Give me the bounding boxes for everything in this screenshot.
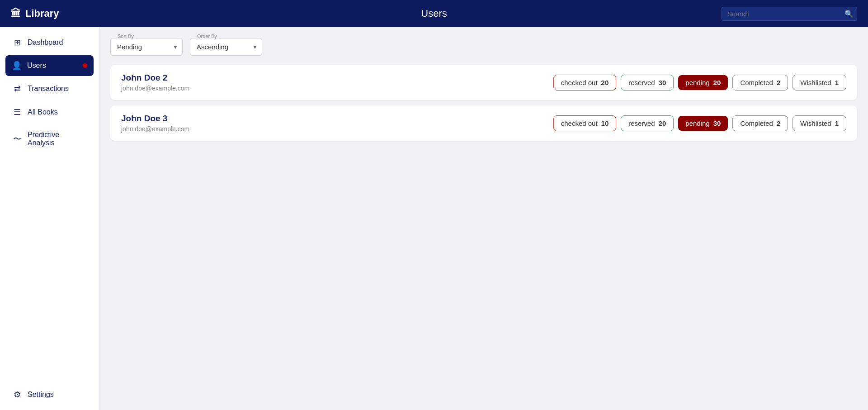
order-by-group: Order By Ascending Descending ▼ <box>190 38 262 56</box>
sidebar-item-settings[interactable]: ⚙ Settings <box>5 384 94 405</box>
users-icon: 👤 <box>12 61 22 71</box>
pending-label: pending <box>685 119 709 127</box>
main-layout: ⊞ Dashboard 👤 Users ⇄ Transactions ☰ All… <box>0 27 868 410</box>
search-area: 🔍 <box>575 7 857 21</box>
checked-out-label: checked out <box>561 119 598 127</box>
user-name: John Doe 2 <box>121 73 553 83</box>
sidebar: ⊞ Dashboard 👤 Users ⇄ Transactions ☰ All… <box>0 27 99 410</box>
badge-checked-out: checked out 10 <box>553 115 617 131</box>
checked-out-count: 10 <box>601 119 609 127</box>
sidebar-label-predictive-analysis: Predictive Analysis <box>28 131 87 147</box>
app-logo: 🏛 Library <box>11 8 293 19</box>
sidebar-item-users[interactable]: 👤 Users <box>5 55 94 76</box>
badge-reserved: reserved 30 <box>621 75 674 91</box>
sidebar-label-transactions: Transactions <box>28 85 87 93</box>
checked-out-count: 20 <box>601 79 609 86</box>
library-icon: 🏛 <box>11 8 21 19</box>
sort-by-group: Sort By Pending Completed Reserved ▼ <box>110 38 183 56</box>
badge-pending: pending 20 <box>678 75 728 90</box>
user-list: John Doe 2 john.doe@example.com checked … <box>110 65 857 141</box>
dashboard-icon: ⊞ <box>12 38 22 48</box>
filter-bar: Sort By Pending Completed Reserved ▼ Ord… <box>110 38 857 56</box>
wishlisted-count: 1 <box>835 79 839 86</box>
user-badges: checked out 20 reserved 30 pending 20 Co… <box>553 75 846 91</box>
transactions-icon: ⇄ <box>12 84 22 94</box>
search-input[interactable] <box>722 7 857 21</box>
user-info: John Doe 2 john.doe@example.com <box>121 73 553 92</box>
user-card[interactable]: John Doe 2 john.doe@example.com checked … <box>110 65 857 100</box>
app-name: Library <box>25 8 59 19</box>
sidebar-label-all-books: All Books <box>28 108 87 116</box>
reserved-count: 30 <box>659 79 666 86</box>
wishlisted-label: Wishlisted <box>800 119 831 127</box>
completed-count: 2 <box>777 79 780 86</box>
search-icon[interactable]: 🔍 <box>844 10 854 18</box>
page-title: Users <box>293 8 575 19</box>
completed-label: Completed <box>740 79 773 86</box>
sort-by-select[interactable]: Pending Completed Reserved <box>110 38 183 56</box>
app-header: 🏛 Library Users 🔍 <box>0 0 868 27</box>
sidebar-label-settings: Settings <box>28 391 87 399</box>
pending-label: pending <box>685 79 709 86</box>
reserved-label: reserved <box>628 119 655 127</box>
search-container: 🔍 <box>722 7 857 21</box>
reserved-label: reserved <box>628 79 655 86</box>
sidebar-item-all-books[interactable]: ☰ All Books <box>5 101 94 123</box>
pending-count: 20 <box>713 79 721 86</box>
completed-count: 2 <box>777 119 780 127</box>
sidebar-label-users: Users <box>27 62 77 70</box>
pending-count: 30 <box>713 119 721 127</box>
user-name: John Doe 3 <box>121 114 553 124</box>
user-email: john.doe@example.com <box>121 85 553 92</box>
badge-reserved: reserved 20 <box>621 115 674 131</box>
checked-out-label: checked out <box>561 79 598 86</box>
user-email: john.doe@example.com <box>121 125 553 133</box>
sidebar-item-predictive-analysis[interactable]: 〜 Predictive Analysis <box>5 125 94 153</box>
sidebar-bottom: ⚙ Settings <box>5 384 94 405</box>
order-by-label: Order By <box>195 33 219 39</box>
predictive-analysis-icon: 〜 <box>12 133 22 144</box>
sidebar-item-dashboard[interactable]: ⊞ Dashboard <box>5 32 94 53</box>
badge-completed: Completed 2 <box>732 115 788 131</box>
wishlisted-count: 1 <box>835 119 839 127</box>
badge-pending: pending 30 <box>678 116 728 131</box>
sidebar-spacer <box>5 155 94 382</box>
users-badge <box>83 63 87 68</box>
completed-label: Completed <box>740 119 773 127</box>
user-badges: checked out 10 reserved 20 pending 30 Co… <box>553 115 846 131</box>
user-card[interactable]: John Doe 3 john.doe@example.com checked … <box>110 105 857 141</box>
badge-checked-out: checked out 20 <box>553 75 617 91</box>
badge-wishlisted: Wishlisted 1 <box>793 75 846 91</box>
main-content: Sort By Pending Completed Reserved ▼ Ord… <box>99 27 868 410</box>
all-books-icon: ☰ <box>12 107 22 117</box>
order-by-select[interactable]: Ascending Descending <box>190 38 262 56</box>
sidebar-label-dashboard: Dashboard <box>28 38 87 47</box>
settings-icon: ⚙ <box>12 390 22 400</box>
wishlisted-label: Wishlisted <box>800 79 831 86</box>
badge-completed: Completed 2 <box>732 75 788 91</box>
reserved-count: 20 <box>659 119 666 127</box>
sidebar-item-transactions[interactable]: ⇄ Transactions <box>5 78 94 100</box>
sort-by-label: Sort By <box>116 33 136 39</box>
user-info: John Doe 3 john.doe@example.com <box>121 114 553 133</box>
badge-wishlisted: Wishlisted 1 <box>793 115 846 131</box>
